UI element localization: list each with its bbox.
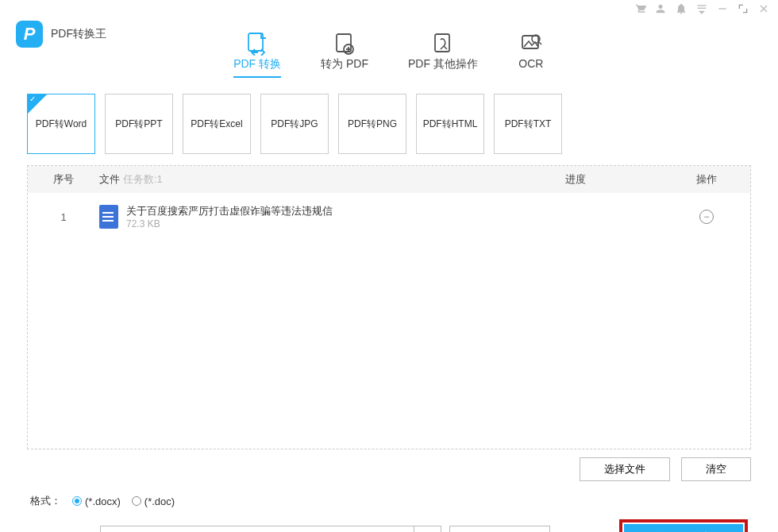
- main-nav: PDF 转换 转为 PDF PDF 其他操作 OCR: [0, 32, 778, 78]
- radio-doc[interactable]: (*.doc): [132, 495, 175, 507]
- tab-ocr[interactable]: OCR: [518, 32, 545, 78]
- choose-file-button[interactable]: 选择文件: [580, 457, 670, 481]
- app-logo: P: [16, 21, 43, 48]
- svg-rect-3: [718, 8, 726, 9]
- menu-dropdown-icon[interactable]: [695, 2, 708, 17]
- subtab-pdf-ppt[interactable]: PDF转PPT: [105, 94, 173, 154]
- subtab-row: ✓PDF转Word PDF转PPT PDF转Excel PDF转JPG PDF转…: [0, 78, 778, 154]
- pdf-other-icon: [429, 32, 456, 56]
- doc-file-icon: [99, 205, 118, 229]
- svg-marker-2: [699, 10, 705, 13]
- output-row: 输出文件夹： ... 打开文件夹 开始转换: [0, 508, 778, 532]
- tab-label: 转为 PDF: [321, 57, 368, 71]
- table-row: 1 关于百度搜索严厉打击虚假诈骗等违法违规信 72.3 KB −: [28, 193, 750, 241]
- window-titlebar: [0, 0, 778, 17]
- subtab-pdf-png[interactable]: PDF转PNG: [338, 94, 406, 154]
- ocr-icon: [518, 32, 545, 56]
- file-size: 72.3 KB: [126, 218, 333, 229]
- row-index: 1: [28, 211, 99, 223]
- close-icon[interactable]: [757, 2, 770, 17]
- col-header-file: 文件 任务数:1: [99, 172, 488, 187]
- subtab-pdf-word[interactable]: ✓PDF转Word: [27, 94, 95, 154]
- format-label: 格式：: [30, 494, 61, 508]
- file-name: 关于百度搜索严厉打击虚假诈骗等违法违规信: [126, 204, 333, 218]
- browse-button[interactable]: ...: [414, 526, 441, 532]
- tab-label: PDF 转换: [233, 57, 281, 71]
- radio-docx[interactable]: (*.docx): [72, 495, 121, 507]
- col-header-progress: 进度: [488, 172, 663, 187]
- tab-label: PDF 其他操作: [408, 57, 478, 71]
- open-folder-button[interactable]: 打开文件夹: [449, 526, 550, 532]
- subtab-pdf-txt[interactable]: PDF转TXT: [494, 94, 562, 154]
- col-header-ops: 操作: [663, 172, 750, 187]
- subtab-pdf-excel[interactable]: PDF转Excel: [183, 94, 251, 154]
- start-button-highlight: 开始转换: [619, 519, 748, 532]
- minimize-icon[interactable]: [716, 2, 729, 17]
- user-icon[interactable]: [654, 2, 667, 17]
- svg-rect-1: [698, 7, 707, 8]
- file-table: 序号 文件 任务数:1 进度 操作 1 关于百度搜索严厉打击虚假诈骗等违法违规信…: [27, 165, 751, 449]
- to-pdf-icon: [331, 32, 358, 56]
- tab-pdf-convert[interactable]: PDF 转换: [233, 32, 281, 78]
- tab-pdf-other[interactable]: PDF 其他操作: [408, 32, 478, 78]
- table-header: 序号 文件 任务数:1 进度 操作: [28, 166, 750, 193]
- remove-row-button[interactable]: −: [699, 210, 714, 224]
- tab-label: OCR: [518, 57, 543, 70]
- subtab-pdf-jpg[interactable]: PDF转JPG: [260, 94, 329, 154]
- output-path-box: ...: [100, 526, 441, 532]
- maximize-icon[interactable]: [737, 2, 749, 17]
- start-convert-button[interactable]: 开始转换: [624, 524, 743, 532]
- format-row: 格式： (*.docx) (*.doc): [0, 481, 778, 508]
- task-count: 任务数:1: [123, 172, 163, 187]
- check-icon: ✓: [29, 94, 36, 103]
- app-name: PDF转换王: [51, 27, 106, 41]
- tab-to-pdf[interactable]: 转为 PDF: [321, 32, 368, 78]
- col-header-index: 序号: [28, 172, 99, 187]
- subtab-pdf-html[interactable]: PDF转HTML: [416, 94, 484, 154]
- cart-icon[interactable]: [634, 2, 646, 17]
- svg-rect-0: [698, 5, 707, 6]
- pdf-convert-icon: [244, 32, 271, 56]
- bell-icon[interactable]: [675, 2, 687, 17]
- clear-button[interactable]: 清空: [681, 457, 751, 481]
